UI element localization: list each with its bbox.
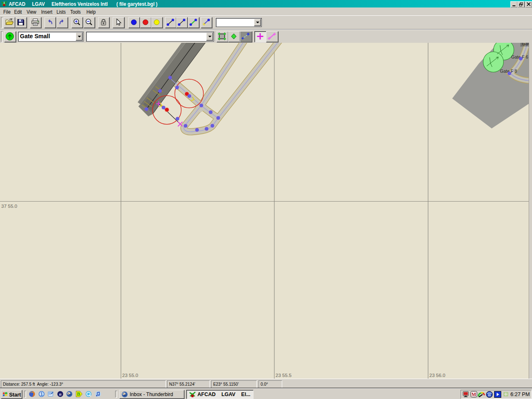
svg-text:37 55.0: 37 55.0 [1, 204, 17, 209]
svg-text:M: M [471, 392, 476, 397]
svg-text:Gate F: Gate F [522, 43, 529, 46]
svg-text:1: 1 [40, 392, 43, 397]
svg-text:23 55.5: 23 55.5 [276, 373, 291, 378]
svg-text:23 56.0: 23 56.0 [429, 373, 445, 378]
svg-text:23 55.0: 23 55.0 [122, 373, 138, 378]
svg-text:B: B [77, 391, 80, 397]
svg-text:n: n [59, 392, 62, 397]
